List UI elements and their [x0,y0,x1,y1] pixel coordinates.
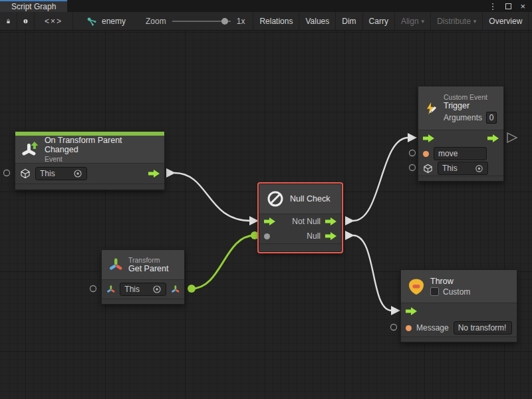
flow-output-port[interactable] [325,217,336,225]
node-title: Null Check [290,194,330,203]
code-view-button[interactable]: <×> [35,12,73,30]
node-title: Trigger [444,101,497,110]
cube-icon [423,164,433,174]
graph-name: enemy [102,17,126,26]
null-check-icon [266,190,285,208]
zoom-control: Zoom 1x [134,12,253,30]
node-throw[interactable]: Throw Custom Message No transform! [400,269,517,342]
flow-input-port[interactable] [406,307,417,315]
dim-button[interactable]: Dim [336,12,362,30]
node-trigger-custom-event[interactable]: Custom Event Trigger Arguments 0 [418,86,504,182]
object-picker-icon[interactable] [152,285,162,294]
value-input-port[interactable] [264,233,270,239]
node-on-transform-parent-changed[interactable]: On Transform Parent Changed Event This [15,131,165,190]
port-indicator-trigger-target[interactable] [410,165,416,171]
maximize-icon[interactable] [505,0,511,12]
custom-checkbox[interactable] [430,287,439,296]
arguments-count-field[interactable]: 0 [486,112,497,124]
unity-script-graph-window: Script Graph ⋮ × <×> [0,0,532,399]
port-indicator-trigger-name[interactable] [410,150,416,156]
arguments-label: Arguments [444,113,482,122]
port-row: Not Null [259,214,341,229]
chevron-down-icon: ▾ [422,18,425,25]
full-screen-button[interactable]: Full Screen [529,12,532,30]
string-input-port[interactable] [423,151,429,157]
node-header: Throw Custom [401,270,517,303]
target-field-value: This [442,164,458,173]
zoom-label: Zoom [146,17,166,26]
values-label: Values [305,17,329,26]
node-footer [15,184,164,190]
event-name-field[interactable]: move [434,147,487,160]
node-null-check[interactable]: Null Check Not Null Null [259,184,342,252]
target-field[interactable]: This [438,162,488,175]
close-icon[interactable]: × [520,2,525,11]
align-button[interactable]: Align ▾ [395,12,431,30]
info-button[interactable] [17,12,35,30]
target-field[interactable]: This [120,283,166,296]
node-title: Get Parent [128,264,168,273]
port-indicator-throw-message[interactable] [391,325,397,331]
dim-label: Dim [342,17,356,26]
menu-dots-icon[interactable]: ⋮ [488,2,497,11]
lock-button[interactable] [0,12,17,30]
port-row [418,130,503,146]
port-label: Null [307,231,321,241]
node-header: On Transform Parent Changed Event [15,136,164,164]
overview-button[interactable]: Overview [483,12,529,30]
port-indicator-trigger-exit[interactable] [507,133,517,142]
message-label: Message [416,323,449,332]
port-row [401,303,517,319]
string-input-port[interactable] [406,325,412,331]
edge-null-to-throw[interactable] [345,231,400,315]
zoom-slider-handle[interactable] [221,18,228,25]
graph-canvas[interactable]: On Transform Parent Changed Event This [0,31,532,399]
target-field[interactable]: This [35,167,87,180]
transform-input-port[interactable] [106,285,115,294]
values-button[interactable]: Values [299,12,336,30]
edge-event-to-nullcheck[interactable] [166,168,259,225]
transform-icon [108,257,123,272]
port-row: Message No transform! [401,319,517,336]
lock-icon [6,17,11,26]
cube-icon [20,168,31,179]
flow-input-port[interactable] [264,217,275,225]
relations-button[interactable]: Relations [253,12,299,30]
edge-getparent-to-nullcheck[interactable] [188,231,259,293]
flow-output-port[interactable] [487,134,499,142]
port-indicator-getparent-this[interactable] [90,286,96,292]
node-title: Throw [430,277,470,286]
node-subtitle: Event [45,155,158,163]
port-label: Not Null [292,217,321,226]
distribute-button[interactable]: Distribute ▾ [431,12,483,30]
edge-notnull-to-trigger[interactable] [345,133,417,225]
message-field-value: No transform! [458,323,507,332]
flow-output-port[interactable] [148,170,160,178]
port-row: This [418,161,503,176]
maximize-box [505,3,511,9]
flow-input-port[interactable] [423,134,434,142]
relations-label: Relations [259,17,293,26]
flow-output-port[interactable] [325,232,336,240]
object-picker-icon[interactable] [475,164,483,173]
object-picker-icon[interactable] [73,169,82,178]
port-indicator-event-this[interactable] [4,170,10,176]
zoom-slider[interactable] [172,17,231,25]
node-header: Transform Get Parent [102,250,184,280]
custom-checkbox-label: Custom [443,287,470,297]
node-footer [259,243,341,251]
throw-icon [408,278,425,295]
graph-toolbar: <×> enemy Zoom 1x Relations Values Dim C… [0,12,532,31]
tab-script-graph[interactable]: Script Graph [0,0,67,12]
transform-output-port[interactable] [171,285,180,294]
target-field-value: This [124,285,140,294]
node-footer [401,336,517,342]
graph-breadcrumb[interactable]: enemy [73,12,134,30]
transform-event-icon [22,141,39,158]
node-footer [102,299,184,304]
node-get-parent[interactable]: Transform Get Parent This [101,249,185,305]
node-header: Custom Event Trigger Arguments 0 [418,86,503,130]
node-category: Custom Event [444,93,497,101]
message-field[interactable]: No transform! [454,321,512,334]
carry-button[interactable]: Carry [363,12,395,30]
